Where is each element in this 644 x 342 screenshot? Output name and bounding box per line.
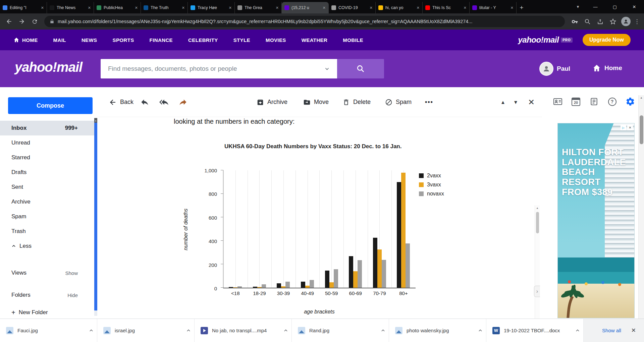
scroll-up-arrow-icon[interactable]: ▲ bbox=[535, 205, 540, 210]
more-actions-button[interactable]: ••• bbox=[425, 87, 433, 117]
yahoo-mail-logo[interactable]: yahoo!mail bbox=[15, 60, 82, 75]
tab-close-icon[interactable]: ✕ bbox=[369, 6, 373, 10]
sidebar-item-trash[interactable]: Trash bbox=[0, 224, 95, 239]
scrollbar-thumb[interactable] bbox=[94, 123, 97, 310]
tab-close-icon[interactable]: ✕ bbox=[181, 6, 185, 10]
reply-all-button[interactable] bbox=[159, 98, 168, 107]
search-button[interactable] bbox=[337, 59, 384, 78]
tab-close-icon[interactable]: ✕ bbox=[275, 6, 279, 10]
chevron-up-icon[interactable] bbox=[381, 328, 385, 333]
browser-tab[interactable]: hi, can yo✕ bbox=[376, 2, 423, 13]
show-all-downloads-button[interactable]: Show all bbox=[602, 328, 621, 333]
browser-tab[interactable]: The News✕ bbox=[47, 2, 94, 13]
close-message-button[interactable]: ✕ bbox=[528, 87, 535, 117]
sidebar-scrollbar[interactable]: ▲ bbox=[94, 118, 97, 316]
delete-button[interactable]: Delete bbox=[342, 87, 371, 117]
search-field[interactable] bbox=[101, 59, 337, 78]
chevron-up-icon[interactable] bbox=[478, 328, 483, 333]
move-button[interactable]: Move bbox=[303, 87, 329, 117]
settings-button[interactable] bbox=[624, 96, 636, 108]
scroll-up-arrow-icon[interactable]: ▲ bbox=[639, 95, 644, 99]
chevron-up-icon[interactable] bbox=[283, 328, 288, 333]
sidebar-item-drafts[interactable]: Drafts bbox=[0, 165, 95, 180]
tab-close-icon[interactable]: ✕ bbox=[322, 6, 326, 10]
scrollbar-thumb[interactable] bbox=[536, 212, 539, 233]
tab-close-icon[interactable]: ✕ bbox=[87, 6, 91, 10]
nav-item-news[interactable]: NEWS bbox=[82, 30, 97, 50]
sidebar-item-starred[interactable]: Starred bbox=[0, 150, 95, 165]
nav-item-sports[interactable]: SPORTS bbox=[112, 30, 134, 50]
search-input[interactable] bbox=[108, 65, 321, 72]
ad-close-button[interactable]: ✕ bbox=[627, 125, 633, 130]
browser-tab[interactable]: Editing "I✕ bbox=[0, 2, 47, 13]
archive-button[interactable]: Archive bbox=[257, 87, 287, 117]
nav-item-mobile[interactable]: MOBILE bbox=[343, 30, 363, 50]
compose-button[interactable]: Compose bbox=[8, 97, 93, 114]
bookmark-button[interactable] bbox=[607, 16, 619, 27]
back-button[interactable] bbox=[3, 16, 15, 27]
account-area[interactable]: Paul bbox=[539, 62, 570, 76]
sidebar-item-less[interactable]: Less bbox=[0, 239, 95, 253]
nav-item-movies[interactable]: MOVIES bbox=[266, 30, 286, 50]
nav-item-weather[interactable]: WEATHER bbox=[302, 30, 328, 50]
password-key-button[interactable] bbox=[569, 16, 580, 27]
share-button[interactable] bbox=[594, 16, 606, 27]
nav-item-style[interactable]: STYLE bbox=[233, 30, 250, 50]
adchoices-icon[interactable]: ▷ bbox=[621, 125, 626, 130]
notepad-button[interactable] bbox=[588, 96, 600, 108]
nav-item-finance[interactable]: FINANCE bbox=[150, 30, 173, 50]
sidebar-item-unread[interactable]: Unread bbox=[0, 135, 95, 150]
tab-close-icon[interactable]: ✕ bbox=[228, 6, 232, 10]
nav-item-mail[interactable]: MAIL bbox=[53, 30, 66, 50]
window-close-button[interactable]: ✕ bbox=[625, 0, 644, 13]
browser-tab[interactable]: COVID-19✕ bbox=[329, 2, 376, 13]
expand-panel-button[interactable]: › bbox=[534, 286, 540, 297]
chevron-down-icon[interactable] bbox=[324, 66, 330, 71]
calendar-button[interactable]: 20 bbox=[570, 96, 582, 108]
sidebar-item-inbox[interactable]: Inbox999+ bbox=[0, 121, 95, 135]
browser-tab[interactable]: PublicHea✕ bbox=[94, 2, 141, 13]
contacts-button[interactable] bbox=[552, 96, 564, 108]
scrollbar-thumb[interactable] bbox=[640, 115, 643, 144]
home-link[interactable]: Home bbox=[592, 64, 622, 72]
download-item[interactable]: israel.jpg bbox=[97, 319, 195, 342]
sidebar-item-new-folder[interactable]: + New Folder bbox=[0, 306, 95, 319]
browser-tab[interactable]: This Is Sc✕ bbox=[423, 2, 470, 13]
browser-tab[interactable]: titular - Y✕ bbox=[470, 2, 517, 13]
new-tab-button[interactable]: + bbox=[517, 3, 527, 13]
sidebar-item-spam[interactable]: Spam bbox=[0, 209, 95, 224]
download-item[interactable]: W19-10-2022 TBOF....docx bbox=[486, 319, 584, 342]
download-item[interactable]: Fauci.jpg bbox=[0, 319, 97, 342]
back-to-list-button[interactable]: Back bbox=[109, 87, 133, 117]
download-item[interactable]: Rand.jpg bbox=[292, 319, 389, 342]
tab-close-icon[interactable]: ✕ bbox=[463, 6, 467, 10]
upgrade-now-button[interactable]: Upgrade Now bbox=[583, 34, 631, 46]
sidebar-item-sent[interactable]: Sent bbox=[0, 180, 95, 194]
forward-button[interactable] bbox=[178, 98, 187, 107]
views-show-toggle[interactable]: Show bbox=[65, 270, 78, 276]
nav-item-celebrity[interactable]: CELEBRITY bbox=[188, 30, 218, 50]
nav-item-home[interactable]: HOME bbox=[13, 30, 38, 50]
advertisement[interactable]: HILTON FORTLAUDERDALEBEACHRESORTFROM $38… bbox=[557, 123, 635, 318]
spam-button[interactable]: Spam bbox=[385, 87, 412, 117]
previous-message-button[interactable]: ▲ bbox=[500, 87, 505, 117]
browser-profile-avatar[interactable] bbox=[621, 17, 631, 26]
address-bar[interactable]: mail.yahoo.com/d/folders/1/messages/ANeJ… bbox=[44, 16, 565, 27]
download-item[interactable]: No jab, no transpl....mp4 bbox=[195, 319, 292, 342]
downloads-bar-close-button[interactable]: ✕ bbox=[631, 327, 636, 334]
tab-close-icon[interactable]: ✕ bbox=[134, 6, 138, 10]
folders-hide-toggle[interactable]: Hide bbox=[67, 292, 78, 298]
browser-menu-button[interactable]: ⋮ bbox=[633, 18, 641, 25]
refresh-button[interactable] bbox=[29, 16, 40, 27]
sidebar-item-archive[interactable]: Archive bbox=[0, 194, 95, 209]
download-item[interactable]: photo walensky.jpg bbox=[389, 319, 486, 342]
tab-search-chevron-icon[interactable]: ▼ bbox=[570, 0, 586, 13]
browser-tab[interactable]: Tracy Høe✕ bbox=[188, 2, 235, 13]
browser-tab[interactable]: (15,212 u✕ bbox=[282, 2, 329, 13]
zoom-button[interactable] bbox=[582, 16, 593, 27]
page-scrollbar[interactable]: ▲ bbox=[638, 95, 644, 319]
browser-tab[interactable]: The Grea✕ bbox=[235, 2, 282, 13]
forward-button[interactable] bbox=[16, 16, 28, 27]
chevron-up-icon[interactable] bbox=[186, 328, 191, 333]
minimize-button[interactable]: — bbox=[586, 0, 605, 13]
